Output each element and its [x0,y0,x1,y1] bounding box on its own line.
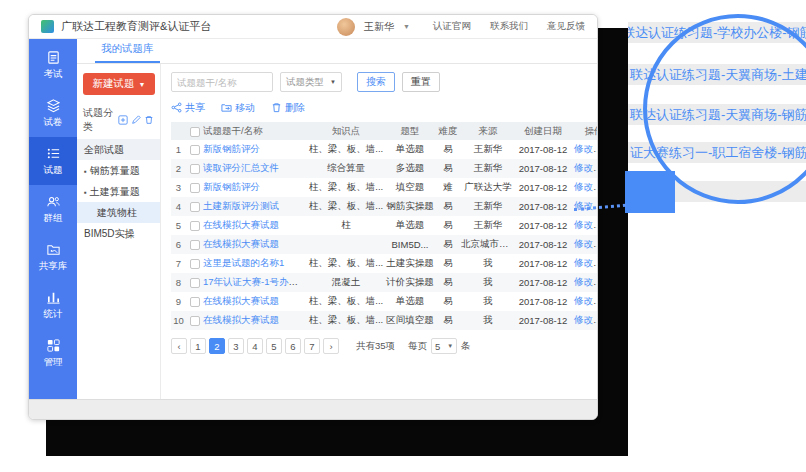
nav-item-manage[interactable]: 管理 [29,329,77,377]
knowledge-cell: 柱 [307,216,385,235]
table-row: 10在线模拟大赛试题柱、梁、板、墙...区间填空题易我2017-08-12修改删… [171,311,598,330]
user-avatar[interactable] [337,18,355,36]
link-contact-us[interactable]: 联系我们 [490,20,528,33]
question-name-link[interactable]: 在线模拟大赛试题 [203,314,279,325]
question-name-link[interactable]: 新版钢筋评分 [203,143,260,154]
move-action-link[interactable]: 移动 [221,101,255,115]
delete-category-icon[interactable] [144,115,154,125]
category-item[interactable]: 全部试题 [77,139,160,160]
type-cell: 区间填空题 [385,311,435,330]
question-name-link[interactable]: 这里是试题的名称1 [203,257,284,268]
edit-link[interactable]: 修改 [574,238,593,249]
category-panel: 新建试题 ▼ 试题分类 全部试题▪钢筋算量题▪土建算量题建筑物柱BIM5D实操 [77,64,161,399]
question-name-link[interactable]: 在线模拟大赛试题 [203,295,279,306]
question-name-cell: 在线模拟大赛试题 [203,235,307,254]
select-caret-icon: ▼ [330,79,336,85]
new-question-label: 新建试题 [93,77,135,91]
edit-link[interactable]: 修改 [574,257,593,268]
edit-link[interactable]: 修改 [574,314,593,325]
date-cell: 2017-08-12 [515,292,571,311]
next-page-button[interactable]: › [323,338,339,354]
row-checkbox[interactable] [190,221,200,231]
papers-icon [46,98,61,113]
window-footer-strip [29,399,597,419]
date-cell: 2017-08-12 [515,140,571,159]
page-button-5[interactable]: 5 [266,338,282,354]
row-checkbox[interactable] [190,145,200,155]
question-name-link[interactable]: 在线模拟大赛试题 [203,219,279,230]
reset-button[interactable]: 重置 [402,72,440,92]
search-input[interactable] [171,72,273,92]
groups-icon [46,194,61,209]
row-checkbox[interactable] [190,297,200,307]
delete-action-link[interactable]: 删除 [271,101,305,115]
bullet-icon: ▪ [84,188,87,197]
page-button-4[interactable]: 4 [247,338,263,354]
category-item[interactable]: ▪钢筋算量题 [77,160,160,181]
row-checkbox-cell [186,254,203,273]
row-checkbox[interactable] [190,278,200,288]
question-table-body: 1新版钢筋评分柱、梁、板、墙...单选题易王新华2017-08-12修改删除2读… [171,140,598,330]
edit-link[interactable]: 修改 [574,162,593,173]
edit-link[interactable]: 修改 [574,276,593,287]
edit-category-icon[interactable] [131,115,141,125]
question-name-link[interactable]: 新版钢筋评分 [203,181,260,192]
nav-item-groups[interactable]: 群组 [29,185,77,233]
sharelib-icon [46,242,61,257]
search-button[interactable]: 搜索 [357,72,395,92]
page-button-7[interactable]: 7 [304,338,320,354]
tab-my-question-bank[interactable]: 我的试题库 [95,42,160,63]
user-name[interactable]: 王新华 [364,20,394,34]
table-row: 1新版钢筋评分柱、梁、板、墙...单选题易王新华2017-08-12修改删除 [171,140,598,159]
new-question-button[interactable]: 新建试题 ▼ [83,73,155,95]
date-cell: 2017-08-12 [515,254,571,273]
edit-link[interactable]: 修改 [574,295,593,306]
row-number: 2 [171,159,186,178]
add-category-icon[interactable] [118,115,128,125]
date-cell: 2017-08-12 [515,216,571,235]
row-checkbox-cell [186,292,203,311]
nav-item-questions[interactable]: 试题 [29,137,77,185]
page-button-2[interactable]: 2 [209,338,225,354]
row-checkbox-cell [186,197,203,216]
page-button-3[interactable]: 3 [228,338,244,354]
per-page-select[interactable]: 5 ▼ [431,338,457,354]
page-button-1[interactable]: 1 [190,338,206,354]
row-checkbox[interactable] [190,183,200,193]
difficulty-cell: 易 [435,273,461,292]
question-table-head: 试题题干/名称知识点题型难度来源创建日期操作 [171,122,598,140]
edit-link[interactable]: 修改 [574,143,593,154]
category-item[interactable]: ▪土建算量题 [77,181,160,202]
nav-item-papers[interactable]: 试卷 [29,89,77,137]
knowledge-cell [307,235,385,254]
select-all-checkbox[interactable] [190,127,200,137]
nav-item-exam[interactable]: 考试 [29,41,77,89]
edit-link[interactable]: 修改 [574,181,593,192]
category-item[interactable]: 建筑物柱 [77,202,160,223]
share-action-link[interactable]: 共享 [171,101,205,115]
row-checkbox[interactable] [190,259,200,269]
prev-page-button[interactable]: ‹ [171,338,187,354]
edit-link[interactable]: 修改 [574,219,593,230]
nav-item-sharelib[interactable]: 共享库 [29,233,77,281]
question-name-link[interactable]: 读取评分汇总文件 [203,162,279,173]
nav-item-label: 考试 [44,68,63,81]
question-name-link[interactable]: 在线模拟大赛试题 [203,238,279,249]
question-type-select[interactable]: 试题类型 ▼ [280,72,342,92]
row-checkbox[interactable] [190,240,200,250]
link-cert-site[interactable]: 认证官网 [433,20,471,33]
page-button-6[interactable]: 6 [285,338,301,354]
knowledge-cell: 混凝土 [307,273,385,292]
row-checkbox[interactable] [190,316,200,326]
difficulty-cell: 易 [435,235,461,254]
question-name-cell: 土建新版评分测试 [203,197,307,216]
link-feedback[interactable]: 意见反馈 [547,20,585,33]
question-name-link[interactable]: 17年认证大赛-1号办公楼钢筋练习 [203,276,307,287]
row-checkbox[interactable] [190,202,200,212]
user-menu-caret-icon[interactable]: ▼ [403,23,410,30]
category-item[interactable]: BIM5D实操 [77,223,160,244]
difficulty-cell: 易 [435,216,461,235]
nav-item-stats[interactable]: 统计 [29,281,77,329]
row-checkbox[interactable] [190,164,200,174]
question-name-link[interactable]: 土建新版评分测试 [203,200,279,211]
